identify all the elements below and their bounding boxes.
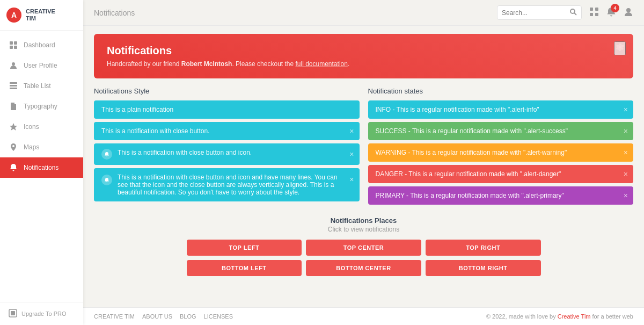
search-box[interactable] (497, 5, 582, 20)
alert-icon-close-text: This is a notification with close button… (118, 149, 252, 156)
notification-badge: 4 (611, 4, 619, 12)
sidebar: A CREATIVE TIM Dashboard (0, 0, 83, 325)
top-left-button[interactable]: TOP LEFT (187, 240, 302, 256)
places-grid: TOP LEFT TOP CENTER TOP RIGHT BOTTOM LEF… (187, 240, 541, 276)
svg-rect-3 (14, 46, 17, 49)
topbar-right: 4 (497, 5, 633, 20)
sidebar-item-icons[interactable]: Icons (0, 117, 83, 137)
footer-link-blog[interactable]: BLOG (180, 313, 196, 320)
sidebar-item-user-profile[interactable]: User Profile (0, 55, 83, 76)
sidebar-item-maps-label: Maps (24, 143, 39, 151)
doc-icon (9, 102, 18, 111)
svg-rect-16 (590, 8, 593, 11)
alert-primary: PRIMARY - This is a regular notification… (368, 186, 634, 205)
notification-places-section: Notifications Places Click to view notif… (94, 216, 633, 233)
sidebar-item-user-profile-label: User Profile (24, 62, 57, 69)
top-right-button[interactable]: TOP RIGHT (426, 240, 541, 256)
page-header-card: Notifications Handcrafted by our friend … (94, 34, 633, 78)
notifications-style-section: Notifications Style This is a plain noti… (94, 87, 360, 208)
notification-states-title: Notification states (368, 87, 634, 95)
notifications-style-title: Notifications Style (94, 87, 360, 95)
svg-point-11 (12, 145, 14, 147)
bottom-center-button[interactable]: BOTTOM CENTER (306, 260, 421, 276)
settings-icon-button[interactable] (614, 41, 626, 55)
places-subtitle: Click to view notifications (94, 226, 633, 233)
svg-rect-0 (10, 41, 13, 45)
sidebar-nav: Dashboard User Profile Table List (0, 31, 83, 302)
footer-brand-link[interactable]: Creative Tim (558, 313, 591, 320)
alert-close-button-3[interactable]: × (349, 176, 354, 183)
content-area: Notifications Handcrafted by our friend … (83, 26, 644, 307)
page-header-subtitle: Handcrafted by our friend Robert McIntos… (107, 60, 620, 68)
main-area: Notifications (83, 0, 644, 325)
topbar: Notifications (83, 0, 644, 26)
upgrade-icon (9, 309, 17, 319)
svg-rect-6 (10, 85, 17, 86)
bottom-right-button[interactable]: BOTTOM RIGHT (426, 260, 541, 276)
sidebar-item-typography[interactable]: Typography (0, 96, 83, 117)
alert-warning-text: WARNING - This is a regular notification… (376, 149, 567, 156)
svg-rect-13 (11, 311, 15, 315)
pin-icon (9, 142, 18, 152)
sidebar-item-typography-label: Typography (24, 103, 57, 110)
svg-point-20 (626, 8, 631, 12)
alert-info-text: INFO - This is a regular notification ma… (376, 106, 539, 113)
alert-info-close[interactable]: × (624, 106, 628, 113)
svg-marker-10 (10, 123, 17, 131)
grid-icon (9, 40, 18, 50)
brand-header: A CREATIVE TIM (0, 0, 83, 31)
footer-copyright: © 2022, made with love by Creative Tim f… (486, 313, 633, 320)
svg-line-15 (574, 13, 576, 15)
alert-icon-close: This is a notification with close button… (94, 143, 360, 165)
full-docs-link[interactable]: full documentation (296, 60, 348, 68)
page-header-title: Notifications (107, 45, 620, 57)
notifications-columns: Notifications Style This is a plain noti… (94, 87, 633, 208)
alert-warning: WARNING - This is a regular notification… (368, 143, 634, 162)
footer-link-licenses[interactable]: LICENSES (204, 313, 233, 320)
brand-logo: A (6, 8, 21, 23)
alert-primary-close[interactable]: × (624, 192, 628, 199)
bottom-left-button[interactable]: BOTTOM LEFT (187, 260, 302, 276)
alert-danger-text: DANGER - This is a regular notification … (376, 170, 561, 178)
alert-close: This is a notification with close button… (94, 122, 360, 140)
alert-warning-close[interactable]: × (624, 149, 628, 156)
alert-plain: This is a plain notification (94, 100, 360, 119)
footer: CREATIVE TIM ABOUT US BLOG LICENSES © 20… (83, 307, 644, 325)
sidebar-item-table-list[interactable]: Table List (0, 76, 83, 96)
alert-close-button-2[interactable]: × (349, 150, 354, 158)
svg-rect-2 (10, 46, 13, 49)
svg-point-4 (12, 62, 15, 66)
star-icon (9, 122, 18, 132)
person-icon (9, 61, 18, 70)
svg-rect-17 (595, 8, 598, 11)
top-center-button[interactable]: TOP CENTER (306, 240, 421, 256)
notification-states-section: Notification states INFO - This is a reg… (368, 87, 634, 208)
alert-bell-icon-1 (101, 149, 112, 160)
sidebar-item-icons-label: Icons (24, 123, 39, 131)
places-title: Notifications Places (94, 216, 633, 225)
alert-multi-line-text: This is a notification with close button… (118, 174, 352, 196)
footer-link-creative-tim[interactable]: CREATIVE TIM (94, 313, 135, 320)
sidebar-item-dashboard[interactable]: Dashboard (0, 35, 83, 55)
sidebar-item-table-list-label: Table List (24, 82, 51, 90)
alert-success-text: SUCCESS - This is a regular notification… (376, 127, 568, 135)
svg-rect-1 (14, 41, 17, 45)
grid-apps-icon[interactable] (589, 7, 599, 19)
search-icon (569, 8, 577, 17)
svg-rect-5 (10, 82, 17, 84)
upgrade-button[interactable]: Upgrade To PRO (9, 309, 75, 319)
sidebar-item-maps[interactable]: Maps (0, 137, 83, 157)
sidebar-item-notifications[interactable]: Notifications (0, 157, 83, 178)
brand-name: CREATIVE TIM (26, 8, 55, 22)
notification-bell-icon[interactable]: 4 (606, 7, 616, 19)
footer-links: CREATIVE TIM ABOUT US BLOG LICENSES (94, 313, 233, 320)
search-input[interactable] (502, 9, 566, 17)
user-avatar-icon[interactable] (624, 7, 633, 19)
alert-danger-close[interactable]: × (624, 170, 628, 178)
upgrade-label: Upgrade To PRO (21, 310, 67, 317)
alert-close-button-1[interactable]: × (349, 127, 354, 135)
alert-success-close[interactable]: × (624, 127, 628, 135)
alert-primary-text: PRIMARY - This is a regular notification… (376, 192, 564, 199)
svg-rect-18 (590, 13, 593, 16)
footer-link-about-us[interactable]: ABOUT US (142, 313, 172, 320)
